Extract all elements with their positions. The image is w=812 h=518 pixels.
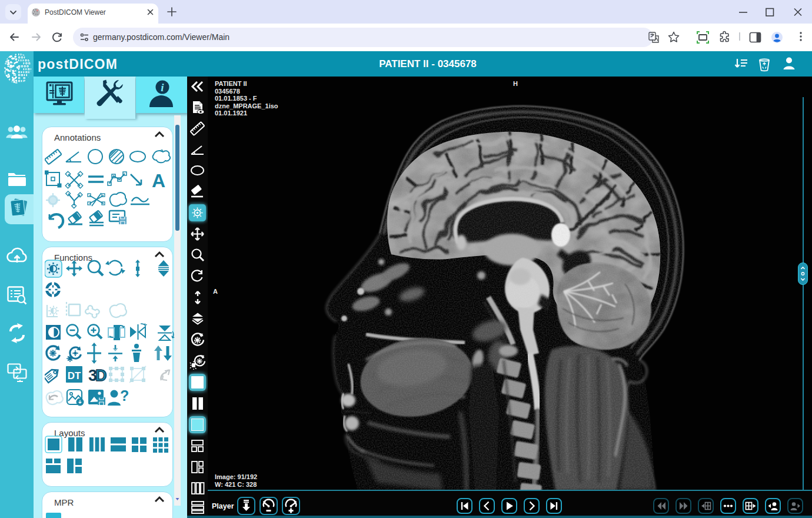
svg-text:DT: DT xyxy=(68,370,81,381)
svg-text:D: D xyxy=(95,367,107,384)
svg-text:?: ? xyxy=(120,387,129,404)
svg-text:A: A xyxy=(152,170,165,191)
svg-text:i: i xyxy=(161,81,164,94)
